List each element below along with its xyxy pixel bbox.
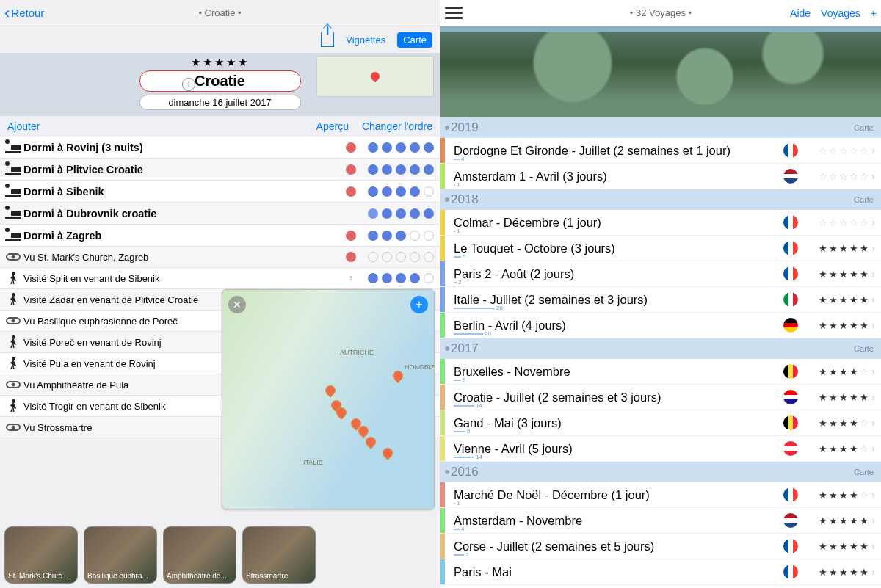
help-button[interactable]: Aide bbox=[790, 7, 811, 19]
activity-row[interactable]: Dormi à Dubrovnik croatie bbox=[0, 203, 440, 225]
flag-icon bbox=[783, 266, 798, 281]
trip-title-input[interactable]: Croatie bbox=[139, 70, 301, 92]
chevron-right-icon: › bbox=[870, 145, 877, 156]
trip-name: Le Touquet - Octobre (3 jours) bbox=[454, 242, 780, 255]
activity-row[interactable]: Dormi à Zagreb bbox=[0, 225, 440, 247]
thumbnail[interactable]: Amphithéâtre de... bbox=[163, 526, 236, 584]
pin-icon bbox=[369, 70, 382, 83]
trip-name: Dordogne Et Gironde - Juillet (2 semaine… bbox=[454, 144, 780, 158]
trip-rating: ★★★★☆ bbox=[802, 418, 870, 429]
vignettes-tab[interactable]: Vignettes bbox=[340, 32, 391, 48]
trip-meter: 5 bbox=[454, 253, 465, 260]
chevron-right-icon: › bbox=[870, 417, 877, 429]
detail-map[interactable]: ✕ + ITALIE AUTRICHE HONGRIE bbox=[222, 289, 435, 509]
carte-link[interactable]: Carte bbox=[854, 195, 874, 204]
menu-icon[interactable] bbox=[445, 7, 463, 19]
flag-icon bbox=[783, 441, 798, 456]
trip-meter: 1 bbox=[454, 500, 460, 507]
trip-header: ★★★★★ Croatie + dimanche 16 juillet 2017 bbox=[0, 53, 440, 116]
carte-tab[interactable]: Carte bbox=[397, 32, 432, 48]
back-button[interactable]: ‹Retour bbox=[4, 5, 44, 21]
color-bar bbox=[440, 410, 445, 435]
activity-row[interactable]: Dormi à Rovinj (3 nuits) bbox=[0, 137, 440, 159]
trip-rating: ☆☆☆☆☆ bbox=[802, 171, 870, 182]
trip-rating: ★★★★★ bbox=[802, 243, 870, 254]
activity-label: Visité Split en venant de Sibenik bbox=[23, 273, 346, 284]
trip-row[interactable]: Paris 2 - Août (2 jours) 2★★★★★› bbox=[440, 261, 881, 287]
carte-link[interactable]: Carte bbox=[854, 344, 874, 353]
trip-meter: 1 bbox=[454, 181, 460, 188]
trip-meter: 4 bbox=[454, 156, 464, 162]
chevron-right-icon: › bbox=[870, 268, 877, 280]
trip-rating: ★★★★★ bbox=[802, 294, 870, 305]
satellite-strip[interactable] bbox=[440, 26, 881, 117]
trip-rating: ★★★★☆ bbox=[802, 490, 870, 501]
mini-map[interactable] bbox=[316, 56, 434, 97]
activity-row[interactable]: Vu St. Mark's Church, Zagreb bbox=[0, 247, 440, 268]
trip-meter: 7 bbox=[454, 551, 468, 558]
right-navbar: • 32 Voyages • Aide Voyages + bbox=[440, 0, 881, 26]
trip-row[interactable]: Corse - Juillet (2 semaines et 5 jours) … bbox=[440, 534, 881, 559]
walk-icon bbox=[3, 398, 23, 414]
eye-icon bbox=[3, 419, 23, 435]
left-navbar: ‹Retour • Croatie • bbox=[0, 0, 440, 26]
trip-name: Paris 2 - Août (2 jours) bbox=[454, 267, 780, 281]
trip-row[interactable]: Dordogne Et Gironde - Juillet (2 semaine… bbox=[440, 138, 881, 164]
thumbnail[interactable]: Strossmartre bbox=[242, 526, 316, 584]
view-toggle-row: Vignettes Carte bbox=[0, 26, 440, 53]
rating-dots bbox=[346, 142, 434, 153]
activity-row[interactable]: Dormi à Plitvice Croatie bbox=[0, 159, 440, 181]
trip-row[interactable]: Italie - Juillet (2 semaines et 3 jours)… bbox=[440, 287, 881, 313]
close-map-icon[interactable]: ✕ bbox=[228, 296, 246, 313]
trip-name: Gand - Mai (3 jours) bbox=[454, 416, 780, 430]
flag-icon bbox=[783, 143, 798, 158]
trip-rating: ☆☆☆☆☆ bbox=[802, 145, 870, 156]
trip-row[interactable]: Bruxelles - Novembre 5★★★★☆› bbox=[440, 359, 881, 385]
trip-row[interactable]: Paris - Mai★★★★★› bbox=[440, 559, 881, 585]
carte-link[interactable]: Carte bbox=[854, 468, 874, 476]
eye-icon bbox=[3, 249, 23, 265]
rating-dots bbox=[346, 164, 434, 175]
thumbnail[interactable]: Basilique euphra... bbox=[84, 526, 157, 584]
trip-row[interactable]: Colmar - Décembre (1 jour) 1☆☆☆☆☆› bbox=[440, 210, 881, 236]
share-icon[interactable] bbox=[321, 32, 334, 47]
back-label: Retour bbox=[11, 7, 44, 19]
preview-button[interactable]: Aperçu bbox=[316, 120, 349, 132]
trip-rating: ★★★★★ bbox=[802, 515, 870, 526]
flag-icon bbox=[783, 215, 798, 230]
voyages-button[interactable]: Voyages bbox=[821, 7, 860, 19]
activity-row[interactable]: Dormi à Sibenik bbox=[0, 181, 440, 203]
trip-meter: 20 bbox=[454, 330, 491, 337]
flag-icon bbox=[783, 539, 798, 553]
trip-row[interactable]: Amsterdam 1 - Avril (3 jours) 1☆☆☆☆☆› bbox=[440, 164, 881, 189]
thumbnail[interactable]: St. Mark's Churc... bbox=[4, 526, 78, 584]
bed-icon bbox=[3, 139, 23, 156]
trip-name: Paris - Mai bbox=[454, 565, 780, 579]
trip-rating: ★★★★★ bbox=[802, 269, 870, 280]
trip-rating: ★★★★☆ bbox=[802, 366, 870, 377]
add-circle-icon[interactable]: + bbox=[182, 78, 195, 91]
add-activity-button[interactable]: Ajouter bbox=[7, 120, 40, 132]
trip-row[interactable]: Amsterdam - Novembre 4★★★★★› bbox=[440, 508, 881, 534]
trip-row[interactable]: Gand - Mai (3 jours) 8★★★★☆› bbox=[440, 410, 881, 436]
trips-list-pane: • 32 Voyages • Aide Voyages + 2019CarteD… bbox=[440, 0, 881, 588]
activity-label: Dormi à Zagreb bbox=[23, 230, 346, 242]
trip-row[interactable]: Berlin - Avril (4 jours) 20★★★★★› bbox=[440, 313, 881, 338]
bed-icon bbox=[3, 161, 23, 178]
carte-link[interactable]: Carte bbox=[854, 123, 874, 132]
year-header: 2016Carte bbox=[440, 462, 881, 482]
walk-icon bbox=[3, 291, 23, 308]
color-bar bbox=[440, 164, 445, 189]
flag-icon bbox=[783, 292, 798, 307]
add-trip-icon[interactable]: + bbox=[871, 7, 877, 19]
bed-icon bbox=[3, 184, 23, 200]
trip-row[interactable]: Le Touquet - Octobre (3 jours) 5★★★★★› bbox=[440, 236, 881, 261]
add-pin-icon[interactable]: + bbox=[410, 296, 428, 313]
trip-row[interactable]: Croatie - Juillet (2 semaines et 3 jours… bbox=[440, 385, 881, 410]
trip-row[interactable]: Marché De Noël - Décembre (1 jour) 1★★★★… bbox=[440, 482, 881, 508]
flag-icon bbox=[783, 169, 798, 184]
trip-date[interactable]: dimanche 16 juillet 2017 bbox=[139, 95, 301, 110]
reorder-button[interactable]: Changer l'ordre bbox=[362, 120, 432, 132]
trip-row[interactable]: Vienne - Avril (5 jours) 14★★★★☆› bbox=[440, 436, 881, 462]
activity-row[interactable]: Visité Split en venant de Sibenik1 bbox=[0, 268, 440, 289]
